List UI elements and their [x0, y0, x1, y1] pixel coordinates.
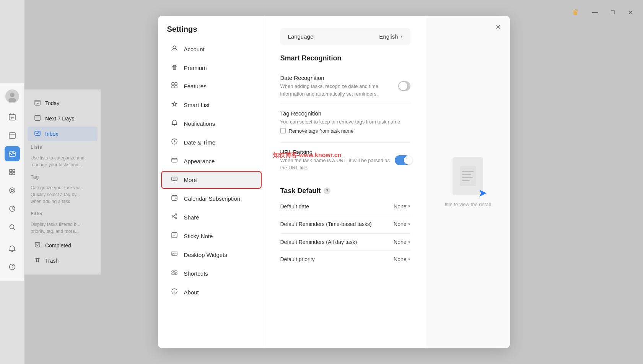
account-icon [170, 45, 179, 54]
detail-area: ➤ title to view the detail [426, 16, 510, 348]
default-reminders-time-value[interactable]: None ▾ [394, 221, 410, 227]
settings-item-date-time-label: Date & Time [184, 139, 216, 146]
share-icon [170, 213, 179, 222]
tag-recognition-title: Tag Recognition [280, 110, 400, 117]
remove-tags-checkbox[interactable] [280, 128, 286, 133]
svg-rect-23 [175, 83, 177, 85]
settings-item-account-label: Account [184, 46, 205, 52]
svg-text:26: 26 [11, 116, 14, 119]
language-row[interactable]: Language English ▾ [280, 28, 410, 45]
svg-rect-38 [174, 271, 177, 272]
crown-icon: ♛ [572, 8, 579, 17]
svg-rect-5 [9, 152, 15, 156]
svg-text:?: ? [11, 265, 13, 269]
settings-item-shortcuts[interactable]: Shortcuts [161, 265, 262, 283]
sidebar-item-next7days[interactable] [5, 128, 20, 143]
svg-rect-44 [462, 171, 474, 172]
svg-rect-4 [9, 133, 15, 138]
svg-rect-9 [13, 172, 15, 175]
default-date-value[interactable]: None ▾ [394, 203, 410, 210]
settings-item-appearance[interactable]: Appearance [161, 152, 262, 170]
settings-item-features-label: Features [184, 83, 207, 89]
language-value[interactable]: English ▾ [379, 33, 402, 40]
sidebar-item-grid[interactable] [5, 164, 20, 180]
settings-item-date-time[interactable]: Date & Time [161, 133, 262, 151]
settings-item-about[interactable]: i About [161, 283, 262, 301]
svg-rect-47 [462, 180, 470, 181]
url-parsing-desc: When the task name is a URL, it will be … [280, 157, 395, 172]
settings-item-smart-list-label: Smart List [184, 102, 210, 108]
default-priority-row: Default priority None ▾ [280, 251, 410, 268]
settings-item-share[interactable]: Share [161, 208, 262, 226]
default-priority-value[interactable]: None ▾ [394, 256, 410, 262]
settings-item-notifications-label: Notifications [184, 120, 215, 127]
more-icon [170, 176, 179, 184]
settings-item-more-label: More [184, 177, 197, 183]
settings-item-calendar-subscription[interactable]: Calendar Subscription [161, 190, 262, 208]
sidebar-item-focus[interactable] [5, 183, 20, 198]
svg-rect-43 [460, 166, 476, 186]
default-date-chevron: ▾ [408, 204, 410, 209]
settings-title: Settings [158, 16, 265, 40]
sidebar-item-help[interactable]: ? [5, 259, 20, 275]
settings-item-sticky-note[interactable]: Sticky Note [161, 227, 262, 245]
settings-item-features[interactable]: Features [161, 77, 262, 95]
settings-item-appearance-label: Appearance [184, 158, 215, 164]
settings-item-notifications[interactable]: Notifications [161, 115, 262, 133]
premium-icon: ♛ [170, 63, 179, 72]
detail-cursor-icon: ➤ [478, 187, 487, 199]
minimize-button[interactable]: — [586, 4, 604, 21]
language-chevron-icon: ▾ [400, 34, 403, 39]
shortcuts-icon [170, 269, 179, 278]
svg-rect-8 [10, 172, 12, 175]
settings-item-more[interactable]: More [161, 171, 262, 189]
url-parsing-toggle[interactable] [395, 155, 410, 165]
toggle-thumb [399, 82, 407, 90]
settings-item-smart-list[interactable]: Smart List [161, 96, 262, 114]
date-recognition-toggle[interactable] [398, 81, 410, 91]
toggle-thumb-on [404, 156, 412, 164]
sidebar-item-search[interactable] [5, 219, 20, 235]
svg-point-13 [10, 225, 14, 229]
task-default-heading: Task Default ? [280, 187, 410, 195]
settings-item-premium[interactable]: ♛ Premium [161, 59, 262, 76]
svg-rect-22 [172, 83, 174, 85]
maximize-button[interactable]: □ [604, 4, 622, 21]
svg-point-31 [172, 216, 174, 217]
features-icon [170, 82, 179, 91]
default-reminders-allday-label: Default Reminders (All day task) [280, 239, 357, 245]
settings-item-desktop-widgets[interactable]: Desktop Widgets [161, 246, 262, 264]
svg-rect-36 [173, 254, 174, 255]
svg-rect-46 [462, 177, 473, 178]
sidebar-item-notifications[interactable] [5, 241, 20, 256]
default-priority-chevron: ▾ [408, 257, 410, 262]
svg-rect-7 [13, 169, 15, 172]
date-recognition-desc: When adding tasks, recognize date and ti… [280, 83, 399, 98]
sidebar-item-today[interactable]: 26 [5, 109, 20, 125]
default-reminders-allday-value[interactable]: None ▾ [394, 239, 410, 245]
svg-rect-37 [172, 271, 174, 272]
appearance-icon [170, 157, 179, 166]
date-time-icon [170, 138, 179, 147]
settings-item-shortcuts-label: Shortcuts [184, 270, 208, 277]
close-button[interactable]: ✕ [622, 4, 639, 21]
svg-point-1 [8, 98, 16, 102]
sidebar-item-history[interactable] [5, 201, 20, 216]
settings-close-button[interactable]: ✕ [492, 21, 505, 33]
default-reminders-time-label: Default Reminders (Time-based tasks) [280, 221, 372, 228]
svg-rect-39 [172, 273, 174, 275]
svg-rect-27 [172, 158, 177, 162]
desktop-widgets-icon [170, 250, 179, 259]
avatar[interactable] [5, 89, 19, 103]
tag-recognition-desc: You can select to keep or remove tags fr… [280, 118, 400, 126]
tag-recognition-item: Tag Recognition You can select to keep o… [280, 104, 410, 143]
settings-item-account[interactable]: Account [161, 40, 262, 58]
settings-item-about-label: About [184, 289, 199, 296]
sidebar-item-inbox[interactable] [5, 146, 20, 161]
svg-rect-45 [462, 174, 471, 175]
svg-point-10 [10, 188, 15, 193]
svg-text:i: i [174, 290, 174, 294]
task-default-help-icon[interactable]: ? [324, 187, 330, 194]
detail-illustration: ➤ title to view the detail [439, 157, 497, 207]
url-parsing-item: URL Parsing When the task name is a URL,… [280, 143, 410, 178]
